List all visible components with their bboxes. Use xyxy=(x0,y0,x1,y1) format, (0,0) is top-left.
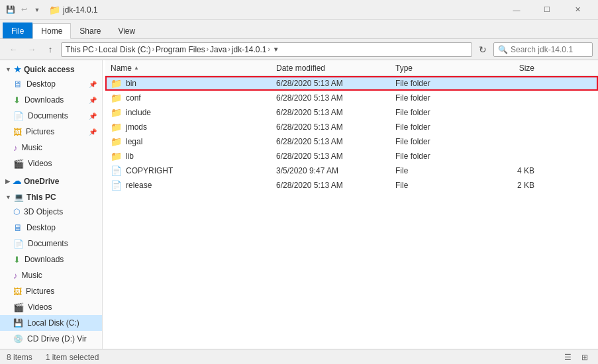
up-button[interactable]: ↑ xyxy=(42,42,58,58)
file-type: File xyxy=(395,166,481,175)
path-part-localdisk[interactable]: Local Disk (C:) xyxy=(99,45,151,54)
chevron-right-icon: ▼ xyxy=(5,66,11,73)
tab-view[interactable]: View xyxy=(109,23,144,38)
sidebar-label-cddrive: CD Drive (D:) Vir xyxy=(27,334,87,343)
back-button[interactable]: ← xyxy=(5,42,21,58)
quick-access-toolbar-icon: 💾 xyxy=(5,5,16,15)
search-box[interactable]: 🔍 xyxy=(493,42,593,57)
downloads-icon-pc: ⬇ xyxy=(13,255,21,265)
large-icons-view-button[interactable]: ⊞ xyxy=(578,351,591,364)
path-part-jdk[interactable]: jdk-14.0.1 xyxy=(232,45,267,54)
dropdown-icon[interactable]: ▼ xyxy=(32,5,42,15)
sidebar-header-thispc[interactable]: ▼ 💻 This PC xyxy=(0,191,102,204)
table-row[interactable]: 📁 conf 6/28/2020 5:13 AM File folder xyxy=(105,91,598,105)
sidebar-item-desktop-pc[interactable]: 🖥 Desktop xyxy=(0,220,102,236)
table-row[interactable]: 📁 legal 6/28/2020 5:13 AM File folder xyxy=(105,134,598,149)
path-part-java[interactable]: Java xyxy=(210,45,226,54)
details-view-button[interactable]: ☰ xyxy=(561,351,574,364)
sidebar-label-pictures-pc: Pictures xyxy=(26,287,54,296)
file-name: 📁 include xyxy=(111,107,276,118)
sidebar-label-downloads-pc: Downloads xyxy=(25,255,64,264)
path-sep-1: › xyxy=(95,46,97,53)
maximize-button[interactable]: ☐ xyxy=(532,0,562,20)
col-header-type[interactable]: Type xyxy=(395,64,481,73)
sidebar-item-localdisk[interactable]: 💾 Local Disk (C:) xyxy=(0,315,102,331)
music-icon-qa: ♪ xyxy=(13,143,18,153)
sidebar-item-label-documents-qa: Documents xyxy=(28,111,68,120)
tab-file[interactable]: File xyxy=(3,23,32,38)
file-type: File folder xyxy=(395,79,481,88)
undo-icon[interactable]: ↩ xyxy=(19,5,29,15)
folder-icon: 📁 xyxy=(111,136,122,147)
sidebar-item-videos-pc[interactable]: 🎬 Videos xyxy=(0,299,102,315)
file-name: 📁 bin xyxy=(111,78,276,89)
sidebar-item-desktop-qa[interactable]: 🖥 Desktop 📌 xyxy=(0,76,102,92)
sidebar-item-pictures-qa[interactable]: 🖼 Pictures 📌 xyxy=(0,124,102,140)
chevron-onedrive-icon: ▶ xyxy=(5,178,10,185)
col-header-date[interactable]: Date modified xyxy=(276,64,395,73)
file-size: 2 KB xyxy=(481,181,534,190)
file-date: 6/28/2020 5:13 AM xyxy=(276,79,395,88)
refresh-button[interactable]: ↻ xyxy=(475,42,491,58)
pin-icon-documents: 📌 xyxy=(89,113,97,120)
path-dropdown-icon[interactable]: ▼ xyxy=(273,46,279,53)
documents-icon-pc: 📄 xyxy=(13,239,24,249)
selected-info: 1 item selected xyxy=(46,353,99,362)
col-header-name[interactable]: Name ▲ xyxy=(111,64,276,73)
sidebar-item-cddrive[interactable]: 💿 CD Drive (D:) Vir xyxy=(0,331,102,347)
file-list-container: Name ▲ Date modified Type Size 📁 bin 6/2… xyxy=(105,60,598,349)
close-button[interactable]: ✕ xyxy=(562,0,593,20)
search-icon: 🔍 xyxy=(498,45,508,54)
table-row[interactable]: 📁 include 6/28/2020 5:13 AM File folder xyxy=(105,105,598,120)
title-bar-icons: 💾 ↩ ▼ xyxy=(5,5,42,15)
file-name: 📁 lib xyxy=(111,151,276,161)
sidebar-item-label-music-qa: Music xyxy=(22,143,42,152)
sidebar-item-music-qa[interactable]: ♪ Music xyxy=(0,140,102,156)
file-type: File folder xyxy=(395,122,481,132)
folder-icon: 📁 xyxy=(111,93,122,103)
table-row[interactable]: 📁 lib 6/28/2020 5:13 AM File folder xyxy=(105,149,598,163)
pin-icon-downloads: 📌 xyxy=(89,97,97,104)
col-header-size[interactable]: Size xyxy=(481,64,534,73)
sidebar-header-onedrive[interactable]: ▶ ☁ OneDrive xyxy=(0,174,102,188)
path-part-thispc[interactable]: This PC xyxy=(66,45,94,54)
sidebar-header-quickaccess[interactable]: ▼ ★ Quick access xyxy=(0,63,102,76)
sort-arrow-name: ▲ xyxy=(134,65,139,71)
file-type: File folder xyxy=(395,93,481,103)
table-row[interactable]: 📁 jmods 6/28/2020 5:13 AM File folder xyxy=(105,120,598,134)
table-row[interactable]: 📄 release 6/28/2020 5:13 AM File 2 KB xyxy=(105,178,598,193)
file-rows: 📁 bin 6/28/2020 5:13 AM File folder 📁 co… xyxy=(105,76,598,193)
search-input[interactable] xyxy=(511,45,588,54)
folder-icon: 📁 xyxy=(111,151,122,161)
tab-home[interactable]: Home xyxy=(32,23,71,39)
sidebar-item-documents-pc[interactable]: 📄 Documents xyxy=(0,236,102,251)
pin-icon-pictures: 📌 xyxy=(89,128,97,136)
sidebar-item-3dobjects[interactable]: ⬡ 3D Objects xyxy=(0,204,102,220)
status-bar: 8 items 1 item selected ☰ ⊞ xyxy=(0,349,598,364)
file-type: File xyxy=(395,181,481,190)
onedrive-cloud-icon: ☁ xyxy=(13,176,21,186)
file-date: 6/28/2020 5:13 AM xyxy=(276,93,395,103)
title-bar: 💾 ↩ ▼ 📁 jdk-14.0.1 — ☐ ✕ xyxy=(0,0,598,20)
sidebar-item-downloads-qa[interactable]: ⬇ Downloads 📌 xyxy=(0,92,102,108)
path-part-programfiles[interactable]: Program Files xyxy=(156,45,205,54)
file-name: 📄 release xyxy=(111,180,276,191)
address-path[interactable]: This PC › Local Disk (C:) › Program File… xyxy=(61,42,472,57)
sidebar-item-videos-qa[interactable]: 🎬 Videos xyxy=(0,156,102,171)
file-type: File folder xyxy=(395,152,481,161)
sidebar-item-music-pc[interactable]: ♪ Music xyxy=(0,267,102,283)
table-row[interactable]: 📄 COPYRIGHT 3/5/2020 9:47 AM File 4 KB xyxy=(105,163,598,178)
sidebar-item-documents-qa[interactable]: 📄 Documents 📌 xyxy=(0,108,102,124)
pictures-icon-qa: 🖼 xyxy=(13,127,22,137)
tab-share[interactable]: Share xyxy=(71,23,109,38)
sidebar-item-pictures-pc[interactable]: 🖼 Pictures xyxy=(0,283,102,299)
table-row[interactable]: 📁 bin 6/28/2020 5:13 AM File folder xyxy=(105,76,598,91)
forward-button[interactable]: → xyxy=(24,42,40,58)
sidebar-item-label-downloads-qa: Downloads xyxy=(25,95,64,105)
chevron-thispc-icon: ▼ xyxy=(5,194,11,201)
folder-icon: 📁 xyxy=(111,78,122,89)
file-type: File folder xyxy=(395,137,481,146)
minimize-button[interactable]: — xyxy=(501,0,532,20)
thispc-label: This PC xyxy=(26,193,56,202)
sidebar-item-downloads-pc[interactable]: ⬇ Downloads xyxy=(0,251,102,267)
